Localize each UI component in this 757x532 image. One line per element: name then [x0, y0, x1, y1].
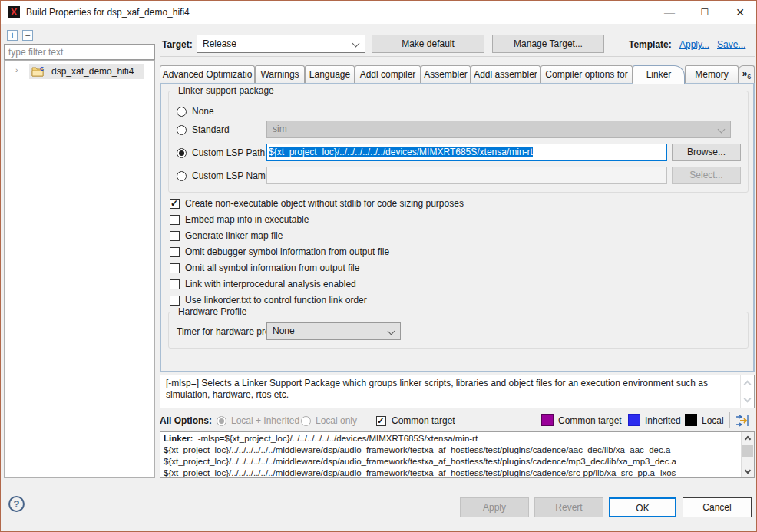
help-scrollbar[interactable] — [740, 375, 754, 408]
radio-custom-lsp-name[interactable] — [177, 171, 187, 181]
group-title: Hardware Profile — [175, 306, 250, 317]
apply-button: Apply — [460, 497, 529, 517]
tab-advanced-optimization[interactable]: Advanced Optimizatio — [160, 65, 255, 83]
cancel-button[interactable]: Cancel — [683, 497, 752, 517]
target-select[interactable]: Release — [197, 35, 365, 53]
checkbox-label: Generate linker map file — [185, 230, 283, 241]
options-line: ${xt_project_loc}/../../../../../../midd… — [164, 468, 737, 478]
target-label: Target: — [162, 39, 193, 50]
linker-tab-panel: Linker support package None Standard sim… — [160, 83, 755, 372]
legend-inherited-label: Inherited — [645, 415, 681, 426]
radio-custom-lsp-path-label: Custom LSP Path — [192, 147, 265, 158]
template-apply-link[interactable]: Apply... — [679, 39, 709, 50]
options-line: ${xt_project_loc}/../../../../../../midd… — [164, 444, 737, 456]
standard-lsp-select: sim — [266, 121, 731, 138]
close-button[interactable]: ✕ — [726, 1, 755, 24]
help-icon[interactable]: ? — [8, 496, 25, 512]
tree-item-selected[interactable]: C dsp_xaf_demo_hifi4 — [29, 64, 144, 79]
checkbox-linkorder-txt[interactable] — [170, 296, 180, 306]
selected-path-text: ${xt_project_loc}/../../../../../../devi… — [269, 147, 533, 157]
tab-addl-assembler[interactable]: Addl assembler — [471, 65, 540, 83]
radio-local-only — [301, 416, 311, 426]
tab-memory[interactable]: Memory — [685, 65, 739, 83]
tab-linker[interactable]: Linker — [633, 65, 685, 84]
checkbox-common-target[interactable] — [376, 416, 386, 426]
make-default-button[interactable]: Make default — [372, 35, 484, 53]
browse-button[interactable]: Browse... — [672, 144, 741, 161]
checkbox-label: Use linkorder.txt to control function li… — [185, 295, 367, 306]
checkbox-label: Embed map info in executable — [185, 214, 309, 225]
options-line: ${xt_project_loc}/../../../../../../midd… — [164, 456, 737, 468]
legend-inherited-swatch — [628, 414, 640, 426]
option-help-box: [-mlsp=] Selects a Linker Support Packag… — [160, 375, 755, 408]
checkbox-non-executable[interactable] — [170, 199, 180, 209]
chevron-down-icon — [388, 328, 395, 335]
target-value: Release — [203, 35, 236, 52]
maximize-button[interactable]: ☐ — [690, 1, 719, 24]
tab-language[interactable]: Language — [305, 65, 355, 83]
timer-select[interactable]: None — [266, 322, 401, 340]
legend-common-target-label: Common target — [558, 415, 622, 426]
checkbox-omit-debugger-symbols[interactable] — [170, 247, 180, 257]
standard-lsp-value: sim — [273, 121, 287, 137]
tree-row[interactable]: › C dsp_xaf_demo_hifi4 — [5, 64, 154, 79]
scroll-down-icon[interactable] — [745, 468, 751, 474]
expand-all-icon[interactable]: + — [7, 30, 18, 41]
legend-common-target-swatch — [541, 414, 554, 426]
scroll-down-icon[interactable] — [744, 395, 752, 403]
custom-lsp-path-input[interactable]: ${xt_project_loc}/../../../../../../devi… — [266, 144, 667, 161]
linker-support-package-group: Linker support package None Standard sim… — [168, 91, 749, 193]
checkbox-generate-linker-map[interactable] — [170, 231, 180, 241]
manage-target-button[interactable]: Manage Target... — [492, 35, 604, 53]
scroll-up-icon[interactable] — [745, 436, 751, 442]
header-separator — [160, 56, 755, 57]
wrap-toggle-icon[interactable] — [736, 414, 750, 428]
minimize-button[interactable]: — — [655, 1, 684, 24]
chevron-down-icon — [352, 40, 360, 48]
checkbox-label: Omit debugger symbol information from ou… — [185, 246, 389, 257]
tree-item-label: dsp_xaf_demo_hifi4 — [51, 66, 134, 77]
tree-expand-chevron-icon[interactable]: › — [15, 65, 18, 74]
radio-local-only-label: Local only — [316, 415, 357, 426]
revert-button: Revert — [534, 497, 603, 517]
checkbox-label: Omit all symbol information from output … — [185, 263, 359, 273]
title-bar: Build Properties for dsp_xaf_demo_hifi4 … — [1, 1, 756, 24]
ok-button[interactable]: OK — [609, 497, 676, 517]
options-scrollbar[interactable] — [741, 432, 754, 477]
checkbox-embed-map-info[interactable] — [170, 215, 180, 225]
checkbox-label: Link with interprocedural analysis enabl… — [185, 279, 356, 289]
checkbox-omit-all-symbols[interactable] — [170, 263, 180, 273]
collapse-all-icon[interactable]: − — [22, 30, 33, 41]
window-title: Build Properties for dsp_xaf_demo_hifi4 — [26, 1, 190, 24]
filter-input[interactable] — [4, 44, 155, 60]
radio-standard[interactable] — [177, 125, 187, 135]
scrollbar-thumb[interactable] — [742, 445, 753, 457]
radio-none[interactable] — [177, 107, 187, 117]
template-save-link[interactable]: Save... — [717, 39, 745, 50]
all-options-output[interactable]: Linker: -mlsp=${xt_project_loc}/../../..… — [160, 431, 755, 478]
legend-local-swatch — [685, 414, 697, 426]
radio-local-inherited-label: Local + Inherited — [231, 415, 299, 426]
timer-value: None — [273, 323, 295, 339]
radio-local-inherited — [217, 416, 226, 426]
options-prefix: Linker: — [164, 434, 193, 443]
checkbox-label: Create non-executable object without std… — [185, 198, 464, 209]
tab-warnings[interactable]: Warnings — [255, 65, 305, 83]
options-line: Linker: -mlsp=${xt_project_loc}/../../..… — [164, 433, 737, 444]
tab-addl-compiler[interactable]: Addl compiler — [355, 65, 421, 83]
tab-overflow-button[interactable]: »6 — [739, 65, 755, 83]
option-help-text: [-mlsp=] Selects a Linker Support Packag… — [166, 378, 708, 400]
legend-local-label: Local — [702, 415, 724, 426]
radio-standard-label: Standard — [192, 124, 230, 135]
tab-overflow-count: 6 — [747, 73, 751, 81]
scroll-up-icon[interactable] — [744, 381, 752, 388]
all-options-label: All Options: — [160, 415, 212, 426]
radio-custom-lsp-path[interactable] — [177, 148, 187, 158]
legend-divider — [729, 412, 730, 428]
tab-compiler-options-for[interactable]: Compiler options for — [540, 65, 633, 83]
tab-assembler[interactable]: Assembler — [421, 65, 471, 83]
checkbox-interprocedural-analysis[interactable] — [170, 279, 180, 289]
radio-none-label: None — [192, 106, 214, 117]
template-label: Template: — [629, 39, 672, 50]
custom-lsp-name-input — [266, 167, 667, 184]
